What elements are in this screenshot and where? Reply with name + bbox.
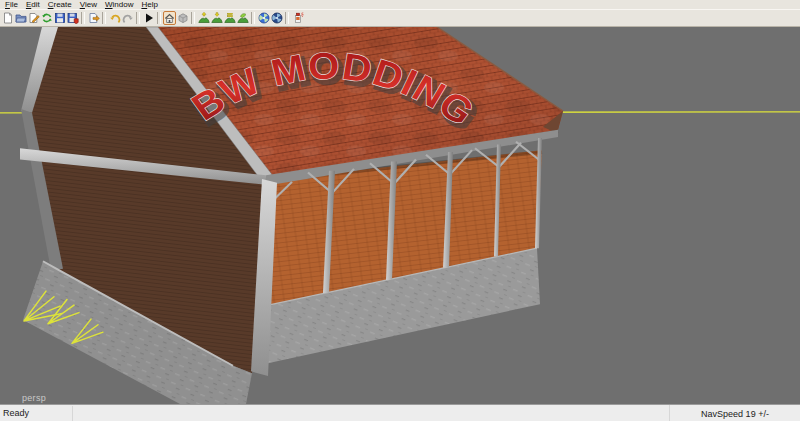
toolbar-separator bbox=[136, 12, 140, 24]
export-page-button[interactable] bbox=[87, 11, 100, 25]
pinwheel-dark-icon bbox=[271, 12, 283, 24]
toolbar-separator bbox=[285, 12, 289, 24]
menu-help[interactable]: Help bbox=[137, 0, 161, 9]
terrain-lower-button[interactable] bbox=[210, 11, 223, 25]
menu-file[interactable]: File bbox=[1, 0, 22, 9]
terrain-paint-icon bbox=[237, 12, 249, 24]
undo-button[interactable] bbox=[108, 11, 121, 25]
viewport-3d[interactable]: BW MODDING bbox=[0, 27, 800, 404]
toolbar-separator bbox=[157, 12, 161, 24]
terrain-raise-icon bbox=[198, 12, 210, 24]
scene-canvas: BW MODDING bbox=[0, 27, 800, 404]
save-icon bbox=[54, 12, 66, 24]
save-as-button[interactable] bbox=[66, 11, 79, 25]
toolbar-separator bbox=[191, 12, 195, 24]
redo-icon bbox=[122, 12, 134, 24]
refresh-button[interactable] bbox=[40, 11, 53, 25]
new-file-icon bbox=[2, 12, 14, 24]
toolbar-separator bbox=[81, 12, 85, 24]
menu-create[interactable]: Create bbox=[44, 0, 76, 9]
status-message: Ready bbox=[3, 408, 29, 418]
toolbar bbox=[0, 9, 800, 27]
terrain-paint-button[interactable] bbox=[236, 11, 249, 25]
menu-view[interactable]: View bbox=[76, 0, 101, 9]
cube-button[interactable] bbox=[176, 11, 189, 25]
undo-icon bbox=[109, 12, 121, 24]
menu-window[interactable]: Window bbox=[101, 0, 137, 9]
spray-red-icon bbox=[292, 12, 304, 24]
play-icon bbox=[143, 12, 155, 24]
home-icon bbox=[164, 13, 175, 24]
export-page-icon bbox=[88, 12, 100, 24]
toolbar-separator bbox=[251, 12, 255, 24]
pinwheel-blue-icon bbox=[258, 12, 270, 24]
refresh-icon bbox=[41, 12, 53, 24]
menu-bar: File Edit Create View Window Help bbox=[0, 0, 800, 9]
open-folder-button[interactable] bbox=[14, 11, 27, 25]
play-button[interactable] bbox=[142, 11, 155, 25]
terrain-raise-button[interactable] bbox=[197, 11, 210, 25]
nav-speed-label: NavSpeed 19 +/- bbox=[701, 409, 769, 419]
home-toggle-button[interactable] bbox=[163, 11, 176, 25]
status-bar: Ready NavSpeed 19 +/- bbox=[0, 404, 800, 421]
import-file-button[interactable] bbox=[27, 11, 40, 25]
save-as-icon bbox=[67, 12, 79, 24]
toolbar-separator bbox=[102, 12, 106, 24]
redo-button[interactable] bbox=[121, 11, 134, 25]
new-file-button[interactable] bbox=[1, 11, 14, 25]
menu-edit[interactable]: Edit bbox=[22, 0, 44, 9]
spray-red-button[interactable] bbox=[291, 11, 304, 25]
nav-speed-panel: NavSpeed 19 +/- bbox=[669, 405, 800, 421]
cube-icon bbox=[177, 12, 189, 24]
import-file-icon bbox=[28, 12, 40, 24]
pinwheel-dark-button[interactable] bbox=[270, 11, 283, 25]
open-folder-icon bbox=[15, 12, 27, 24]
camera-label: persp bbox=[22, 393, 46, 403]
terrain-flatten-icon bbox=[224, 12, 236, 24]
terrain-lower-icon bbox=[211, 12, 223, 24]
pinwheel-blue-button[interactable] bbox=[257, 11, 270, 25]
terrain-flatten-button[interactable] bbox=[223, 11, 236, 25]
status-separator bbox=[72, 406, 73, 421]
save-button[interactable] bbox=[53, 11, 66, 25]
